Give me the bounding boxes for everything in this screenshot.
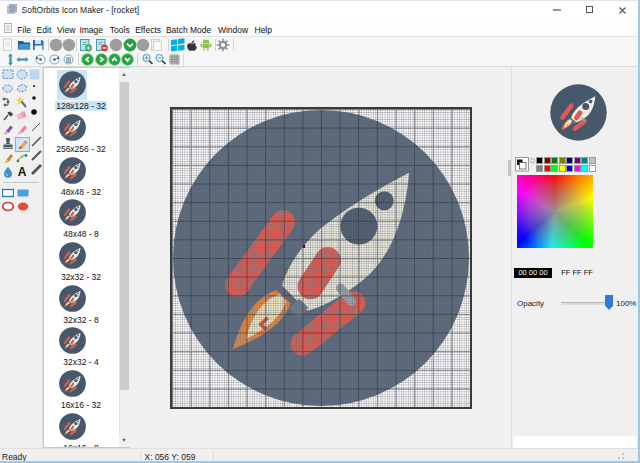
svg-text:A: A <box>18 165 27 178</box>
